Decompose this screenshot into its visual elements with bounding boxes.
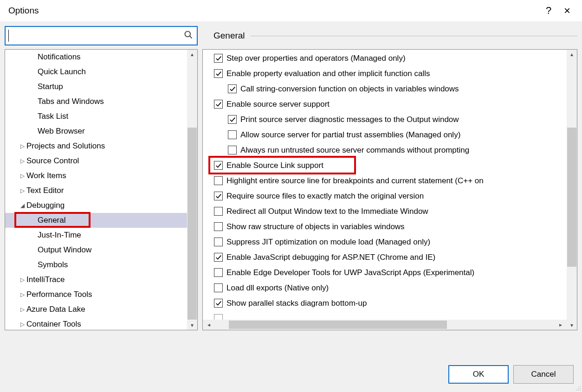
setting-row[interactable]: Show raw structure of objects in variabl… (205, 219, 567, 234)
svg-point-2 (580, 386, 581, 387)
setting-row[interactable]: Require source files to exactly match th… (205, 188, 567, 204)
checkbox[interactable] (214, 283, 223, 292)
tree-item-web-browser[interactable]: Web Browser (5, 124, 197, 139)
setting-label: Show parallel stacks diagram bottom-up (226, 299, 367, 308)
search-icon[interactable] (180, 30, 197, 42)
tree-item-work-items[interactable]: ▷Work Items (5, 168, 197, 183)
setting-row[interactable]: Enable property evaluation and other imp… (205, 66, 567, 81)
search-input-container[interactable] (5, 26, 198, 45)
settings-vscroll-thumb[interactable] (567, 128, 576, 267)
checkbox[interactable] (214, 314, 223, 320)
setting-row[interactable]: Redirect all Output Window text to the I… (205, 204, 567, 219)
setting-row[interactable]: Enable Edge Developer Tools for UWP Java… (205, 265, 567, 280)
setting-row[interactable]: Print source server diagnostic messages … (205, 112, 567, 127)
collapsed-icon[interactable]: ▷ (19, 143, 26, 149)
svg-point-3 (578, 388, 579, 389)
checkbox[interactable] (214, 100, 223, 109)
setting-row[interactable]: Call string-conversion function on objec… (205, 81, 567, 96)
search-input[interactable] (6, 30, 180, 41)
setting-row[interactable]: Always run untrusted source server comma… (205, 142, 567, 158)
tree-item-source-control[interactable]: ▷Source Control (5, 154, 197, 168)
tree-item-startup[interactable]: Startup (5, 79, 197, 94)
tree-item-just-in-time[interactable]: Just-In-Time (5, 228, 197, 243)
tree-item-quick-launch[interactable]: Quick Launch (5, 64, 197, 79)
scroll-up-icon[interactable]: ▴ (567, 50, 577, 59)
checkbox[interactable] (214, 69, 223, 78)
tree-item-projects-and-solutions[interactable]: ▷Projects and Solutions (5, 139, 197, 154)
setting-label: Enable Source Link support (226, 161, 323, 170)
setting-row[interactable]: Enable source server support (205, 96, 567, 112)
setting-label: Call string-conversion function on objec… (240, 84, 459, 94)
help-button[interactable]: ? (539, 5, 558, 17)
tree-item-symbols[interactable]: Symbols (5, 257, 197, 272)
checkbox[interactable] (214, 207, 223, 216)
setting-label: Step over properties and operators (Mana… (226, 54, 406, 63)
collapsed-icon[interactable]: ▷ (19, 291, 26, 298)
collapsed-icon[interactable]: ▷ (19, 187, 26, 194)
checkbox[interactable] (214, 54, 223, 63)
checkbox[interactable] (228, 115, 237, 124)
tree-item-task-list[interactable]: Task List (5, 109, 197, 124)
setting-row[interactable]: Ignore GPU memory access exceptions if t… (205, 311, 567, 320)
setting-row[interactable]: Suppress JIT optimization on module load… (205, 234, 567, 250)
expanded-icon[interactable]: ◢ (19, 202, 26, 209)
checkbox[interactable] (214, 253, 223, 262)
cancel-button[interactable]: Cancel (513, 365, 574, 384)
tree-item-label: Work Items (26, 171, 66, 180)
setting-label: Highlight entire source line for breakpo… (226, 176, 484, 186)
checkbox[interactable] (214, 192, 223, 200)
checkbox[interactable] (214, 238, 223, 246)
resize-grip-icon[interactable] (575, 385, 581, 391)
checkbox[interactable] (214, 161, 223, 170)
scroll-left-icon[interactable]: ◂ (203, 320, 215, 330)
tree-item-label: Debugging (26, 201, 65, 210)
setting-label: Enable source server support (226, 100, 330, 109)
checkbox[interactable] (214, 222, 223, 231)
tree-item-label: Startup (38, 82, 63, 91)
tree-item-label: Container Tools (26, 320, 81, 329)
close-button[interactable]: × (558, 4, 576, 17)
checkbox[interactable] (214, 299, 223, 308)
tree-scroll-thumb[interactable] (188, 128, 197, 320)
setting-row[interactable]: Allow source server for partial trust as… (205, 127, 567, 142)
settings-vscrollbar[interactable]: ▴ ▾ (567, 50, 577, 330)
scroll-up-icon[interactable]: ▴ (187, 50, 197, 59)
tree-item-performance-tools[interactable]: ▷Performance Tools (5, 287, 197, 302)
checkbox[interactable] (214, 176, 223, 185)
window-title: Options (6, 6, 539, 16)
tree-item-general[interactable]: General (5, 213, 197, 228)
checkbox[interactable] (228, 130, 237, 139)
tree-item-debugging[interactable]: ◢Debugging (5, 198, 197, 213)
tree-item-output-window[interactable]: Output Window (5, 243, 197, 257)
tree-item-text-editor[interactable]: ▷Text Editor (5, 183, 197, 198)
collapsed-icon[interactable]: ▷ (19, 306, 26, 313)
setting-row[interactable]: Enable Source Link support (205, 158, 567, 173)
setting-row[interactable]: Highlight entire source line for breakpo… (205, 173, 567, 188)
tree-item-tabs-and-windows[interactable]: Tabs and Windows (5, 94, 197, 109)
collapsed-icon[interactable]: ▷ (19, 173, 26, 179)
setting-row[interactable]: Enable JavaScript debugging for ASP.NET … (205, 250, 567, 265)
svg-point-7 (580, 390, 581, 391)
setting-row[interactable]: Step over properties and operators (Mana… (205, 51, 567, 66)
setting-row[interactable]: Load dll exports (Native only) (205, 280, 567, 296)
tree-item-azure-data-lake[interactable]: ▷Azure Data Lake (5, 302, 197, 317)
setting-row[interactable]: Show parallel stacks diagram bottom-up (205, 296, 567, 311)
tree-item-notifications[interactable]: Notifications (5, 50, 197, 64)
tree-scrollbar[interactable]: ▴ ▾ (187, 50, 197, 330)
scroll-right-icon[interactable]: ▸ (555, 320, 567, 330)
tree-item-container-tools[interactable]: ▷Container Tools (5, 317, 197, 330)
settings-hscroll-thumb[interactable] (229, 321, 447, 329)
scroll-down-icon[interactable]: ▾ (187, 321, 197, 330)
ok-button[interactable]: OK (448, 365, 509, 384)
collapsed-icon[interactable]: ▷ (19, 321, 26, 328)
scroll-down-icon[interactable]: ▾ (567, 321, 577, 330)
tree-item-intellitrace[interactable]: ▷IntelliTrace (5, 272, 197, 287)
checkbox[interactable] (214, 268, 223, 277)
checkbox[interactable] (228, 146, 237, 154)
checkbox[interactable] (228, 84, 237, 93)
settings-hscrollbar[interactable]: ◂ ▸ (203, 320, 567, 330)
collapsed-icon[interactable]: ▷ (19, 158, 26, 164)
collapsed-icon[interactable]: ▷ (19, 276, 26, 283)
tree-item-label: Just-In-Time (38, 231, 81, 240)
options-tree[interactable]: NotificationsQuick LaunchStartupTabs and… (5, 49, 198, 330)
